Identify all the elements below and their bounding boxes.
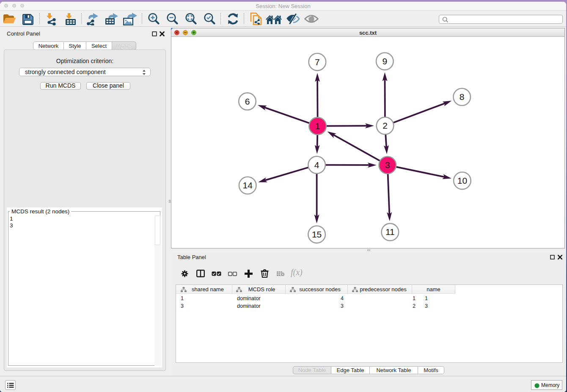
svg-text:3: 3 (385, 160, 390, 170)
svg-text:4: 4 (314, 160, 319, 170)
svg-text:9: 9 (382, 56, 387, 66)
svg-text:7: 7 (315, 57, 320, 67)
svg-text:14: 14 (243, 180, 253, 190)
svg-text:2: 2 (383, 121, 388, 130)
svg-text:10: 10 (457, 176, 467, 185)
svg-text:11: 11 (385, 227, 395, 237)
svg-text:1: 1 (315, 121, 320, 131)
svg-text:6: 6 (245, 97, 250, 106)
svg-text:15: 15 (312, 229, 322, 239)
svg-text:8: 8 (460, 92, 465, 102)
